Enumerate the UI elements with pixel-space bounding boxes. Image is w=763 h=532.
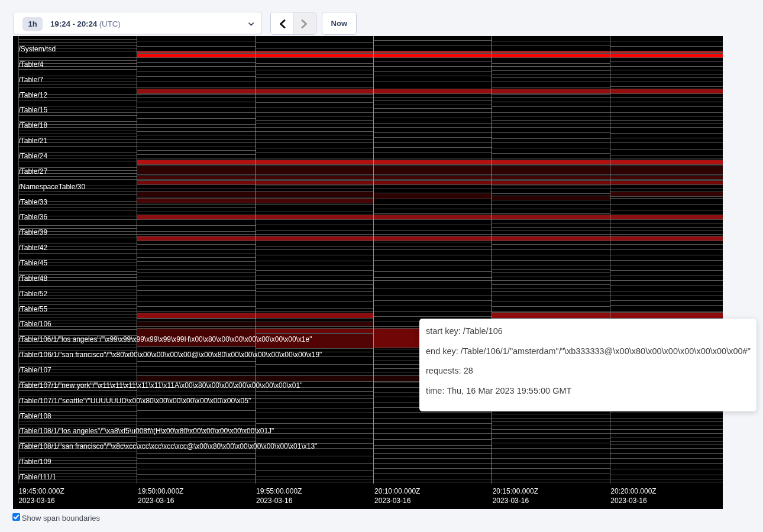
- svg-text:/Table/108/1/"san francisco"/": /Table/108/1/"san francisco"/"\x8c\xcc\x…: [18, 442, 317, 450]
- svg-text:/Table/52: /Table/52: [18, 289, 47, 297]
- svg-text:/Table/12: /Table/12: [18, 90, 47, 99]
- svg-text:/Table/33: /Table/33: [18, 197, 47, 206]
- svg-text:/Table/36: /Table/36: [18, 213, 47, 221]
- svg-text:20:10:00.000Z: 20:10:00.000Z: [374, 486, 420, 495]
- svg-text:/Table/48: /Table/48: [18, 274, 47, 282]
- svg-text:2023-03-16: 2023-03-16: [493, 496, 529, 504]
- svg-text:/Table/42: /Table/42: [18, 244, 47, 252]
- svg-text:19:50:00.000Z: 19:50:00.000Z: [138, 486, 183, 495]
- svg-text:/Table/107/1/"new york"/"\x11\: /Table/107/1/"new york"/"\x11\x11\x11\x1…: [18, 381, 302, 389]
- svg-text:/Table/18: /Table/18: [18, 121, 47, 129]
- svg-text:19:45:00.000Z: 19:45:00.000Z: [18, 486, 64, 495]
- svg-text:/Table/109: /Table/109: [18, 458, 51, 466]
- svg-text:19:55:00.000Z: 19:55:00.000Z: [256, 486, 302, 495]
- svg-text:/Table/15: /Table/15: [18, 106, 47, 114]
- svg-text:/Table/4: /Table/4: [18, 60, 43, 68]
- svg-text:/Table/39: /Table/39: [18, 228, 47, 236]
- svg-text:2023-03-16: 2023-03-16: [18, 496, 55, 504]
- svg-text:20:15:00.000Z: 20:15:00.000Z: [493, 486, 538, 495]
- svg-text:/NamespaceTable/30: /NamespaceTable/30: [18, 182, 85, 190]
- svg-text:/Table/107/1/"seattle"/"UUUUUU: /Table/107/1/"seattle"/"UUUUUUD\x00\x80\…: [18, 396, 251, 404]
- svg-text:/Table/108: /Table/108: [18, 411, 51, 420]
- svg-text:/Table/45: /Table/45: [18, 259, 47, 267]
- svg-text:2023-03-16: 2023-03-16: [256, 496, 293, 504]
- svg-text:/Table/106: /Table/106: [18, 320, 51, 328]
- svg-text:/Table/106/1/"los angeles"/"\x: /Table/106/1/"los angeles"/"\x99\x99\x99…: [18, 335, 312, 343]
- svg-text:/Table/55: /Table/55: [18, 304, 47, 313]
- svg-text:/Table/111/1: /Table/111/1: [18, 473, 56, 481]
- svg-text:2023-03-16: 2023-03-16: [374, 496, 411, 504]
- svg-text:2023-03-16: 2023-03-16: [138, 496, 174, 504]
- svg-text:/System/tsd: /System/tsd: [18, 45, 56, 53]
- svg-text:/Table/27: /Table/27: [18, 167, 47, 175]
- svg-text:/Table/24: /Table/24: [18, 152, 47, 160]
- svg-text:/Table/21: /Table/21: [18, 137, 47, 145]
- svg-text:/Table/108/1/"los angeles"/"\x: /Table/108/1/"los angeles"/"\xa8\xf5\u00…: [18, 427, 274, 435]
- svg-text:2023-03-16: 2023-03-16: [610, 496, 647, 504]
- svg-text:/Table/107: /Table/107: [18, 366, 51, 374]
- svg-text:/Table/7: /Table/7: [18, 75, 43, 83]
- svg-text:20:20:00.000Z: 20:20:00.000Z: [610, 486, 656, 495]
- svg-text:/Table/106/1/"san francisco"/": /Table/106/1/"san francisco"/"\x80\x00\x…: [18, 351, 322, 359]
